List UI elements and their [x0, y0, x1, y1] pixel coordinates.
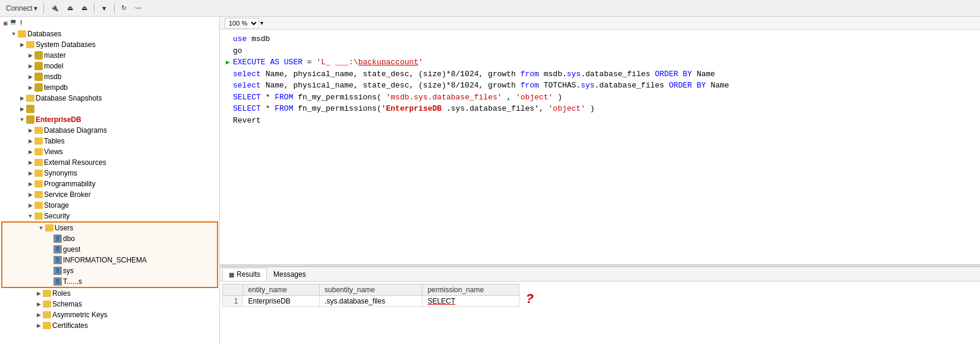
tree-security[interactable]: ▼ Security	[0, 211, 219, 221]
tables-icon	[34, 137, 43, 145]
refresh-icon: ↻	[121, 4, 127, 11]
master-label: master	[44, 51, 66, 60]
refresh-icon-btn[interactable]: ↻	[118, 3, 130, 13]
views-expand[interactable]: ▶	[26, 149, 34, 155]
tree-users[interactable]: ▼ Users	[2, 223, 217, 233]
table-row: 1 EnterpriseDB .sys.database_files SELEC…	[223, 296, 519, 307]
root-expand[interactable]: ▣	[1, 20, 10, 26]
tree-guest[interactable]: 👤 guest	[2, 244, 217, 255]
tree-information-schema[interactable]: 👤 INFORMATION_SCHEMA	[2, 255, 217, 265]
schemas-label: Schemas	[52, 300, 82, 308]
sql-content-8: Revert	[233, 115, 974, 127]
main-layout: ▣ 💻 ! ▼ Databases ▶ System Databases	[0, 17, 980, 344]
connect-button[interactable]: Connect ▾	[4, 3, 40, 14]
tree-synonyms[interactable]: ▶ Synonyms	[0, 168, 219, 179]
tree-enterprise-db[interactable]: ▼ EnterpriseDB	[0, 114, 219, 125]
schemas-expand[interactable]: ▶	[34, 301, 43, 307]
roles-expand[interactable]: ▶	[34, 290, 43, 296]
sql-line-4: select Name, physical_name, state_desc, …	[226, 68, 974, 80]
results-content[interactable]: entity_name subentity_name permission_na…	[220, 282, 980, 344]
tree-master[interactable]: ▶ master	[0, 50, 219, 61]
external-expand[interactable]: ▶	[26, 160, 34, 165]
tree-tempdb[interactable]: ▶ tempdb	[0, 82, 219, 93]
tree-service-broker[interactable]: ▶ Service Broker	[0, 189, 219, 200]
asymmetric-keys-label: Asymmetric Keys	[52, 311, 108, 319]
tree-schemas[interactable]: ▶ Schemas	[0, 299, 219, 309]
diagrams-expand[interactable]: ▶	[26, 127, 34, 133]
tab-results[interactable]: ▦ Results	[222, 268, 267, 281]
certs-expand[interactable]: ▶	[34, 323, 43, 329]
tempdb-expand[interactable]: ▶	[26, 85, 34, 90]
tree-sys[interactable]: 👤 sys	[2, 265, 217, 276]
tree-programmability[interactable]: ▶ Programmability	[0, 179, 219, 189]
tempdb-icon	[34, 83, 43, 92]
tree-db-snapshots[interactable]: ▶ Database Snapshots	[0, 93, 219, 104]
question-mark-icon: ?	[526, 291, 534, 307]
asymmetric-expand[interactable]: ▶	[34, 312, 43, 318]
sql-content-2: go	[233, 45, 974, 57]
sql-line-3: ▶ EXECUTE AS USER = 'L_ ___:\backupaccou…	[226, 57, 974, 68]
activity-icon-btn[interactable]: 〰	[132, 4, 144, 13]
master-expand[interactable]: ▶	[26, 52, 34, 58]
disconnect-all-icon-btn[interactable]: ⏏	[78, 3, 90, 13]
guest-icon: 👤	[53, 245, 62, 254]
storage-label: Storage	[44, 201, 69, 209]
sql-content-1: use use msdbmsdb	[233, 33, 974, 45]
tree-msdb[interactable]: ▶ msdb	[0, 71, 219, 82]
sql-editor[interactable]: use use msdbmsdb go ▶ EXECUTE AS USER = …	[220, 30, 980, 264]
tree-model[interactable]: ▶ model	[0, 61, 219, 71]
snapshots-expand[interactable]: ▶	[18, 95, 26, 101]
msdb-expand[interactable]: ▶	[26, 74, 34, 80]
disconnect-all-icon: ⏏	[81, 4, 87, 11]
tree-system-databases[interactable]: ▶ System Databases	[0, 39, 219, 50]
toolbar-separator-1	[43, 4, 44, 13]
tables-expand[interactable]: ▶	[26, 138, 34, 144]
object-explorer-panel: ▣ 💻 ! ▼ Databases ▶ System Databases	[0, 17, 220, 344]
tree-certificates[interactable]: ▶ Certificates	[0, 320, 219, 331]
tree-roles[interactable]: ▶ Roles	[0, 288, 219, 299]
filter-icon-btn[interactable]: ▼	[98, 4, 111, 13]
tab-messages[interactable]: Messages	[267, 268, 313, 281]
security-expand[interactable]: ▼	[26, 213, 34, 219]
databases-expand[interactable]: ▼	[10, 31, 18, 37]
system-db-icon	[26, 41, 34, 48]
sql-content-4: select Name, physical_name, state_desc, …	[233, 68, 974, 80]
tree-totchas[interactable]: 👤 T......s	[2, 276, 217, 287]
tree-databases[interactable]: ▼ Databases	[0, 29, 219, 39]
zoom-select[interactable]: 100 % 75 % 125 % 150 %	[225, 18, 259, 29]
users-selection-box: ▼ Users 👤 dbo 👤 guest	[1, 221, 218, 288]
security-label: Security	[44, 212, 70, 220]
enterprise-icon	[26, 115, 34, 124]
sql-content-5: select Name, physical_name, state_desc, …	[233, 80, 974, 92]
storage-expand[interactable]: ▶	[26, 202, 34, 208]
results-panel: ▦ Results Messages entity_name subentity…	[220, 267, 980, 344]
connect-icon-btn[interactable]: 🔌	[48, 3, 62, 13]
enterprise-expand[interactable]: ▼	[18, 117, 26, 123]
empty-expand[interactable]: ▶	[18, 106, 26, 112]
users-expand[interactable]: ▼	[37, 225, 45, 231]
broker-expand[interactable]: ▶	[26, 192, 34, 198]
disconnect-icon-btn[interactable]: ⏏	[64, 3, 76, 13]
tree-db-diagrams[interactable]: ▶ Database Diagrams	[0, 125, 219, 136]
users-icon	[45, 224, 53, 232]
toolbar: Connect ▾ 🔌 ⏏ ⏏ ▼ ↻ 〰	[0, 0, 980, 17]
tree-dbo[interactable]: 👤 dbo	[2, 233, 217, 244]
system-db-expand[interactable]: ▶	[18, 42, 26, 48]
tree-views[interactable]: ▶ Views	[0, 146, 219, 157]
prog-expand[interactable]: ▶	[26, 181, 34, 187]
sql-content-7: SELECT * FROM fn_my_permissions('Enterpr…	[233, 103, 974, 115]
views-icon	[34, 148, 43, 155]
tree-external-resources[interactable]: ▶ External Resources	[0, 157, 219, 168]
security-icon	[34, 212, 43, 220]
tree-root[interactable]: ▣ 💻 !	[0, 18, 219, 29]
tree-empty-db[interactable]: ▶	[0, 104, 219, 114]
model-expand[interactable]: ▶	[26, 63, 34, 69]
synonyms-expand[interactable]: ▶	[26, 170, 34, 176]
tree-tables[interactable]: ▶ Tables	[0, 136, 219, 146]
tab-results-label: Results	[237, 270, 260, 279]
tree-asymmetric-keys[interactable]: ▶ Asymmetric Keys	[0, 309, 219, 320]
tempdb-label: tempdb	[44, 83, 68, 92]
tree-container[interactable]: ▣ 💻 ! ▼ Databases ▶ System Databases	[0, 17, 219, 344]
filter-icon: ▼	[101, 5, 108, 12]
tree-storage[interactable]: ▶ Storage	[0, 200, 219, 211]
